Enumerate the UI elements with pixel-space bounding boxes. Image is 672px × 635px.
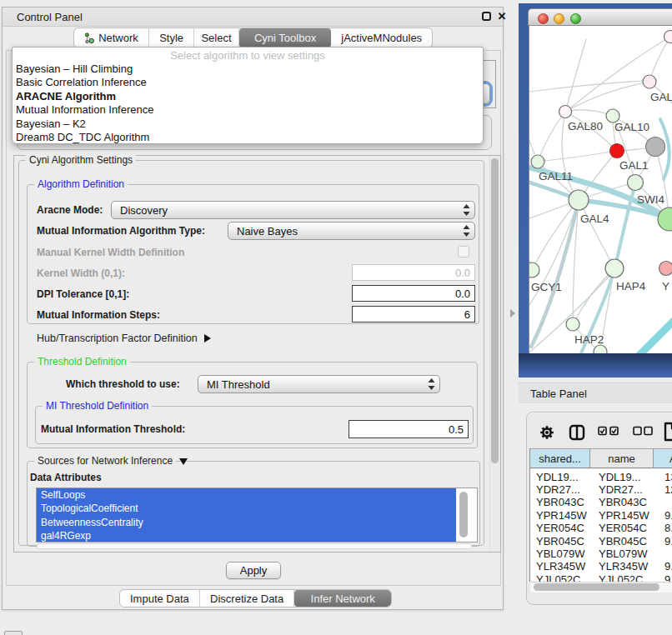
mi-steps-label: Mutual Information Steps: (37, 309, 160, 321)
close-window-icon[interactable] (538, 13, 549, 24)
table-cell: YJL052C (536, 573, 580, 582)
attributes-horizontal-scrollbar[interactable] (37, 543, 472, 549)
network-edge[interactable] (565, 39, 586, 112)
attributes-scrollbar-thumb[interactable] (459, 492, 468, 538)
column-header-name[interactable]: name (590, 448, 654, 468)
mi-type-combobox[interactable]: Naive Bayes (228, 222, 475, 240)
network-node[interactable] (566, 318, 579, 331)
attribute-item[interactable]: SelfLoops (37, 488, 456, 502)
network-node[interactable] (628, 175, 644, 191)
tab-discretize-data[interactable]: Discretize Data (200, 590, 295, 607)
node-label: GAL1 (619, 159, 649, 172)
aracne-mode-value: Discovery (120, 204, 168, 217)
float-panel-icon[interactable] (482, 12, 491, 21)
manual-kernel-checkbox[interactable] (458, 246, 469, 258)
network-node[interactable] (659, 262, 672, 276)
split-divider-icon[interactable] (510, 309, 515, 318)
network-node[interactable] (531, 155, 544, 168)
dropdown-item[interactable]: Bayesian – K2 (13, 118, 483, 131)
unchecked-boxes-icon[interactable] (633, 426, 653, 436)
minimize-window-icon[interactable] (554, 13, 564, 24)
tab-label: Network (98, 32, 138, 44)
checked-boxes-icon[interactable] (598, 426, 619, 436)
tab-jactivemnodules[interactable]: jActiveMNodules (331, 28, 432, 48)
network-edge[interactable] (538, 112, 565, 162)
dpi-tolerance-label: DPI Tolerance [0,1]: (37, 288, 129, 300)
network-icon (84, 32, 94, 44)
network-node[interactable] (643, 75, 656, 88)
tab-network[interactable]: Network (74, 28, 149, 48)
network-node[interactable] (594, 345, 607, 353)
tab-infer-network[interactable]: Infer Network (294, 590, 391, 607)
apply-button[interactable]: Apply (226, 562, 281, 579)
new-document-icon[interactable] (664, 422, 672, 442)
dropdown-item[interactable]: Mutual Information Inference (13, 103, 483, 117)
network-node[interactable] (646, 138, 665, 157)
tab-select[interactable]: Select (194, 28, 238, 48)
table-row[interactable]: YJL052CYJL052C9. (530, 573, 672, 582)
attribute-item[interactable]: TopologicalCoefficient (37, 502, 456, 515)
network-node[interactable] (559, 106, 572, 118)
network-node[interactable] (529, 262, 539, 278)
dpi-tolerance-field[interactable]: 0.0 (352, 285, 475, 302)
tab-style[interactable]: Style (149, 28, 194, 48)
network-edge[interactable] (565, 110, 613, 116)
network-window-titlebar[interactable] (528, 8, 672, 26)
collapsed-panel-button[interactable] (4, 631, 23, 635)
table-row[interactable]: YLR345WYLR345W9. (530, 560, 672, 572)
close-panel-icon[interactable]: ✕ (495, 10, 509, 23)
combo-arrows-icon (463, 225, 470, 237)
table-cell: YBR045C (599, 535, 647, 548)
data-attributes-list[interactable]: SelfLoopsTopologicalCoefficientBetweenne… (36, 488, 478, 542)
data-attributes-label: Data Attributes (30, 472, 102, 483)
tab-impute-data[interactable]: Impute Data (120, 590, 200, 607)
table-row[interactable]: YBL079WYBL079W (530, 548, 672, 560)
network-node[interactable] (664, 31, 672, 43)
tab-cyni-toolbox[interactable]: Cyni Toolbox (239, 28, 332, 48)
network-window-shadow (519, 353, 672, 375)
table-row[interactable]: YDL19...YDL19...13 (530, 471, 672, 483)
network-node[interactable] (569, 190, 589, 210)
table-scrollbar-thumb[interactable] (534, 583, 659, 591)
network-canvas[interactable]: GAL2GAL80GAL10GAL1GAL11SWI4GAL4GCY1HAP4Y… (529, 26, 672, 353)
table-row[interactable]: YPR145WYPR145W9. (530, 509, 672, 522)
aracne-mode-combobox[interactable]: Discovery (111, 201, 475, 219)
manual-kernel-label: Manual Kernel Width Definition (37, 247, 184, 258)
kernel-width-field[interactable]: 0.0 (352, 264, 475, 281)
dropdown-item[interactable]: ARACNE Algorithm (13, 90, 483, 103)
mi-type-value: Naive Bayes (237, 225, 298, 238)
split-view-icon[interactable] (569, 424, 585, 441)
network-node[interactable] (610, 144, 624, 158)
expand-right-icon[interactable] (204, 334, 211, 342)
collapse-down-icon[interactable] (179, 458, 188, 465)
table-row[interactable]: YBR043CYBR043C (530, 496, 672, 508)
zoom-window-icon[interactable] (570, 13, 581, 24)
network-edge[interactable] (538, 151, 617, 162)
hub-factor-expander-label[interactable]: Hub/Transcription Factor Definition (37, 332, 198, 344)
sources-group-title[interactable]: Sources for Network Inference (34, 455, 176, 467)
attribute-item[interactable]: gal4RGexp (37, 529, 456, 542)
dropdown-item[interactable]: Bayesian – Hill Climbing (13, 62, 483, 76)
mi-threshold-definition-title: MI Threshold Definition (43, 400, 152, 412)
kernel-width-label: Kernel Width (0,1): (37, 268, 125, 279)
network-node[interactable] (605, 259, 624, 278)
node-table[interactable]: YDL19...YDL19...13YDR27...YDR27...12YBR0… (530, 469, 672, 582)
table-row[interactable]: YBR045CYBR045C9. (530, 535, 672, 548)
settings-scrollbar-thumb[interactable] (491, 158, 499, 463)
control-panel-tabs: NetworkStyleSelectCyni ToolboxjActiveMNo… (73, 28, 433, 48)
table-row[interactable]: YER054CYER054C8. (530, 522, 672, 534)
network-edge[interactable] (636, 315, 672, 353)
column-header-shared-name[interactable]: shared... (530, 448, 590, 468)
network-edge[interactable] (529, 200, 579, 313)
dropdown-item[interactable]: Basic Correlation Inference (13, 76, 483, 89)
mi-steps-field[interactable]: 6 (352, 306, 475, 322)
dropdown-item[interactable]: Dream8 DC_TDC Algorithm (13, 131, 483, 144)
table-row[interactable]: YDR27...YDR27...12 (530, 483, 672, 496)
mi-threshold-field[interactable]: 0.5 (349, 420, 469, 438)
attribute-item[interactable]: BetweennessCentrality (37, 516, 456, 529)
network-edge[interactable] (579, 200, 614, 268)
column-header-partial[interactable]: A (654, 448, 672, 468)
which-threshold-combobox[interactable]: MI Threshold (198, 375, 440, 393)
combo-arrows-icon (463, 204, 470, 216)
gear-icon[interactable] (539, 425, 554, 440)
